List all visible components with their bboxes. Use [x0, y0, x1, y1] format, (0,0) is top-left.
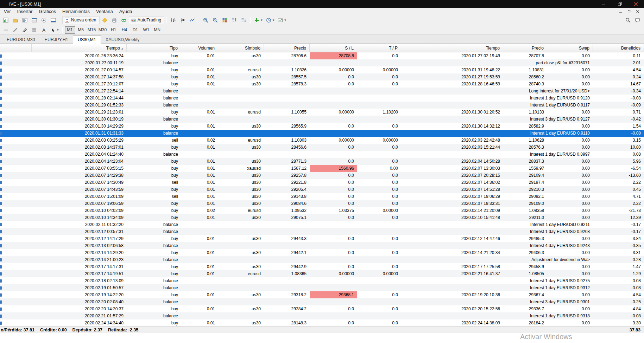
column-header-time2[interactable]: Tiempo [401, 44, 503, 52]
menu-item[interactable]: Ventana [93, 9, 116, 14]
table-row[interactable]: 2020.02.20 14:20:37buy0.01us3029284.20.0… [0, 305, 644, 312]
line-chart-button[interactable] [188, 16, 197, 24]
table-row[interactable]: 2020.02.12 00:57:31balanceInterest 1 day… [0, 228, 644, 235]
timeframe-button[interactable]: H1 [108, 26, 119, 34]
table-row[interactable]: 2020.01.29 01:52:33balanceInterest 1 day… [0, 102, 644, 109]
table-row[interactable]: 2020.02.18 02:13:09balanceInterest 1 day… [0, 277, 644, 284]
column-header-type[interactable]: Tipo [127, 44, 181, 52]
window-restore-button[interactable] [612, 0, 628, 8]
table-row[interactable]: 2020.01.27 20:12:07buy0.01us3028578.30.0… [0, 80, 644, 88]
new-order-button[interactable]: Nueva orden [62, 16, 100, 24]
table-row[interactable]: 2020.02.03 03:25:29sell0.02eurusd1.10803… [0, 137, 644, 144]
table-row[interactable]: 2020.02.07 14:43:59buy0.01us3029205.40.0… [0, 186, 644, 193]
table-row[interactable]: 2020.02.17 14:17:31buy0.01us3029442.90.0… [0, 263, 644, 270]
timeframe-button[interactable]: W1 [141, 26, 152, 34]
table-row[interactable]: 2020.01.30 14:29:29buy0.01us3028565.90.0… [0, 123, 644, 130]
column-header-symbol[interactable]: Símbolo [218, 44, 264, 52]
table-row[interactable]: 2020.01.27 00:11:19balancepart.close p&l… [0, 59, 644, 66]
table-row[interactable]: 2020.02.17 14:19:51buy0.01eurusd1.083650… [0, 270, 644, 277]
table-row[interactable]: 2020.02.21 01:57:29balanceInterest 1 day… [0, 312, 644, 319]
column-header-price2[interactable]: Precio [503, 44, 547, 52]
channel-button[interactable] [20, 26, 29, 34]
table-row[interactable]: 2020.01.27 00:14:57buy0.01eurusd1.103260… [0, 66, 644, 73]
zoom-out-button[interactable] [211, 16, 220, 24]
column-header-time[interactable]: Tiempo▴ [32, 44, 127, 52]
column-header-sl[interactable]: S / L [310, 44, 357, 52]
column-header-price[interactable]: Precio [264, 44, 310, 52]
table-row[interactable]: 2020.01.31 01:31:33balanceInterest 1 day… [0, 130, 644, 137]
mdi-close-button[interactable] [634, 9, 641, 14]
new-chart-button[interactable] [1, 16, 10, 24]
chart-tab[interactable]: EURUSD,M30 [2, 35, 40, 44]
table-row[interactable]: 2020.02.07 15:01:09sell0.01us3029143.80.… [0, 193, 644, 200]
periods-button[interactable]: ▾ [265, 16, 276, 24]
arrange-ascending-button[interactable] [230, 16, 239, 24]
signals-button[interactable] [119, 16, 128, 24]
column-header-icon[interactable] [0, 44, 32, 52]
column-header-swap[interactable]: Swap [547, 44, 593, 52]
timeframe-button[interactable]: M15 [87, 26, 97, 34]
templates-button[interactable]: ▾ [276, 16, 288, 24]
table-row[interactable]: 2020.02.20 02:08:40balanceInterest 3 day… [0, 298, 644, 305]
candles-button[interactable] [178, 16, 187, 24]
timeframe-button[interactable]: M30 [97, 26, 108, 34]
column-header-tp[interactable]: T / P [357, 44, 401, 52]
table-row[interactable]: 2020.01.30 01:30:19balanceInterest 3 day… [0, 116, 644, 123]
metaeditor-button[interactable] [100, 16, 109, 24]
navigator-button[interactable] [39, 16, 48, 24]
profiles-button[interactable] [11, 16, 20, 24]
table-row[interactable]: 2020.02.07 03:55:15buy0.01xauusd1567.121… [0, 165, 644, 172]
table-row[interactable]: 2020.02.12 14:17:29buy0.01us3029443.30.0… [0, 235, 644, 242]
menu-item[interactable]: Ver [1, 9, 14, 14]
table-row[interactable]: 2020.02.03 14:37:01buy0.01us3028456.60.0… [0, 144, 644, 151]
table-row[interactable]: 2020.02.13 02:06:58balanceInterest 4 day… [0, 242, 644, 249]
timeframe-button[interactable]: MN [152, 26, 163, 34]
mdi-minimize-button[interactable] [617, 9, 624, 14]
print-button[interactable] [110, 16, 119, 24]
table-row[interactable]: 2020.02.11 01:32:20balanceInterest 1 day… [0, 221, 644, 228]
menu-item[interactable]: Insertar [14, 9, 36, 14]
chart-tab[interactable]: EURJPY,H1 [40, 35, 73, 44]
window-close-button[interactable] [628, 0, 644, 8]
chart-tab[interactable]: XAUUSD,Weekly [101, 35, 144, 44]
column-header-volume[interactable]: Volumen [181, 44, 218, 52]
table-row[interactable]: 2020.02.07 14:30:49sell0.01us3029221.80.… [0, 179, 644, 186]
table-row[interactable]: 2020.02.14 14:29:20buy0.01us3029442.10.0… [0, 249, 644, 256]
menu-item[interactable]: Gráficos [36, 9, 59, 14]
terminal-button[interactable] [49, 16, 58, 24]
data-window-button[interactable] [30, 16, 39, 24]
search-button[interactable] [624, 16, 632, 24]
arrange-descending-button[interactable] [239, 16, 248, 24]
chart-tab[interactable]: US30,M1 [73, 35, 101, 44]
table-row[interactable]: 2020.01.27 22:54:14balanceLong Interest … [0, 88, 644, 95]
table-row[interactable]: 2020.02.07 14:29:38buy0.01us3029257.80.0… [0, 172, 644, 179]
table-row[interactable]: 2020.02.10 04:02:09buy0.02eurusd1.095321… [0, 207, 644, 214]
timeframe-button[interactable]: M1 [65, 26, 75, 34]
table-row[interactable]: 2020.02.19 01:50:57balanceInterest 1 day… [0, 284, 644, 291]
table-row[interactable]: 2020.02.10 14:34:09buy0.01us3029075.10.0… [0, 214, 644, 221]
timeframe-button[interactable]: D1 [130, 26, 141, 34]
table-row[interactable]: 2020.02.04 14:23:04buy0.01us3028771.30.0… [0, 158, 644, 165]
window-minimize-button[interactable] [595, 0, 612, 8]
table-row[interactable]: 2020.01.27 14:37:58buy0.01us3028557.50.0… [0, 73, 644, 80]
table-row[interactable]: 2020.01.29 21:23:01buy0.01eurusd1.100550… [0, 109, 644, 116]
indicators-button[interactable]: ▾ [253, 16, 264, 24]
menu-item[interactable]: Ayuda [116, 9, 135, 14]
timeframe-button[interactable]: M5 [76, 26, 86, 34]
horizontal-line-button[interactable] [1, 26, 10, 34]
arrow-tools-button[interactable]: ▾ [49, 26, 60, 34]
menu-item[interactable]: Herramientas [59, 9, 93, 14]
trendline-button[interactable] [11, 26, 20, 34]
table-row[interactable]: 2020.02.19 14:22:20buy0.01us3029318.2293… [0, 291, 644, 298]
table-row[interactable]: 2020.02.24 14:34:40buy0.01us3028148.30.0… [0, 319, 644, 326]
table-row[interactable]: 2020.01.28 02:14:44balanceInterest 1 day… [0, 95, 644, 102]
timeframe-button[interactable]: H4 [119, 26, 130, 34]
chat-button[interactable] [633, 16, 642, 24]
bars-button[interactable] [169, 16, 178, 24]
mdi-restore-button[interactable] [626, 9, 633, 14]
table-row[interactable]: 2020.02.14 21:00:23balanceAdjustment for… [0, 256, 644, 263]
text-button[interactable]: A [39, 26, 48, 34]
autotrading-button[interactable]: AutoTrading [129, 16, 165, 24]
table-row[interactable]: 2020.01.26 23:36:24buy0.01us3028706.6287… [0, 52, 644, 59]
zoom-in-button[interactable] [201, 16, 210, 24]
